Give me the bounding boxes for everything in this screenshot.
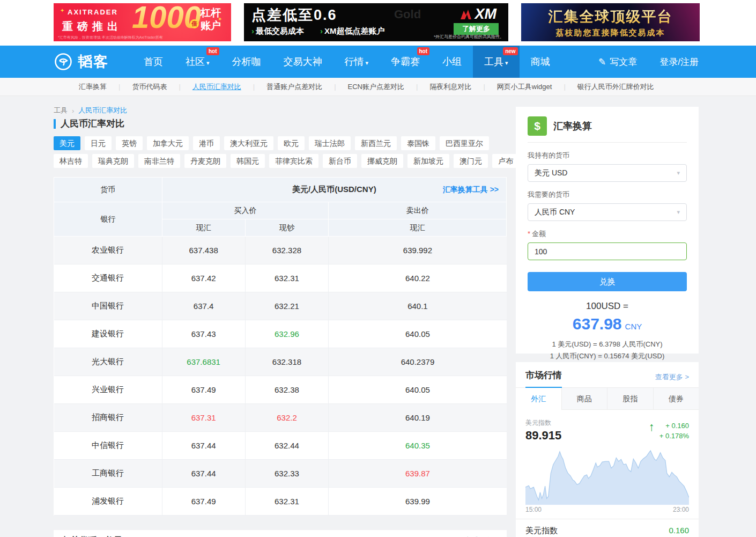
nav-item[interactable]: 争霸赛hot: [380, 46, 431, 78]
market-list-item[interactable]: 美元指数 0.160: [516, 519, 699, 537]
currency-tab[interactable]: 新加坡元: [407, 154, 449, 168]
sparkle-icon: ✦: [60, 8, 64, 13]
currency-tab[interactable]: 澳门元: [454, 154, 488, 168]
rate-cell: 639.99: [329, 488, 507, 516]
currency-tab[interactable]: 泰国铢: [401, 136, 435, 150]
site-logo[interactable]: 韬客: [54, 52, 109, 71]
currency-tab[interactable]: 南非兰特: [138, 154, 180, 168]
nav-item[interactable]: 首页: [132, 46, 174, 78]
subnav-item[interactable]: 汇率换算: [67, 82, 118, 92]
currency-tab[interactable]: 丹麦克朗: [184, 154, 226, 168]
rate-cell: 640.19: [329, 404, 507, 432]
nav-item[interactable]: 社区▾hot: [174, 46, 221, 78]
ad-disclaimer: *外汇与差价合约具可能的高风险性。: [434, 34, 504, 40]
converter-tool-link[interactable]: 汇率换算工具 >>: [443, 185, 499, 195]
times-badge: 倍: [190, 19, 199, 28]
ad-brand: AXITRADER: [68, 8, 118, 16]
up-arrow-icon: ↑: [649, 421, 655, 433]
learn-more-button[interactable]: 了解更多: [454, 23, 499, 35]
table-row: 中国银行637.4632.21640.1: [54, 292, 507, 320]
result-equation: 100USD =: [528, 301, 687, 312]
breadcrumb-root[interactable]: 工具: [54, 106, 68, 115]
market-tab[interactable]: 外汇: [516, 388, 561, 410]
subnav-item[interactable]: 人民币汇率对比: [181, 82, 253, 92]
currency-tab[interactable]: 林吉特: [54, 154, 88, 168]
table-row: 浦发银行637.49632.31639.99: [54, 488, 507, 516]
subnav-item[interactable]: 银行人民币外汇牌价对比: [566, 82, 666, 92]
index-sparkline-chart: [525, 445, 689, 505]
table-row: 兴业银行637.49632.38640.05: [54, 376, 507, 404]
currency-tab[interactable]: 日元: [85, 136, 112, 150]
to-currency-select[interactable]: 人民币 CNY ▾: [528, 203, 687, 221]
market-tab[interactable]: 债券: [653, 388, 699, 410]
currency-tab[interactable]: 卢布: [492, 154, 519, 168]
chevron-down-icon: ▾: [505, 60, 508, 66]
amount-input[interactable]: [528, 242, 687, 260]
market-tab[interactable]: 股指: [607, 388, 653, 410]
write-article-button[interactable]: ✎ 写文章: [598, 56, 637, 68]
currency-tab[interactable]: 新台币: [323, 154, 357, 168]
sell-price-header: 卖出价: [329, 202, 507, 219]
rate-cell: 632.44: [245, 432, 329, 460]
currency-tab[interactable]: 韩国元: [231, 154, 265, 168]
chevron-down-icon: ▾: [206, 60, 210, 66]
currency-tab[interactable]: 瑞士法郎: [309, 136, 351, 150]
convert-button[interactable]: 兑换: [528, 272, 687, 291]
table-row: 交通银行637.42632.31640.22: [54, 264, 507, 292]
rate-cell: 637.44: [162, 460, 245, 488]
rate-cell: 632.31: [245, 264, 329, 292]
rate-cell: 637.31: [162, 404, 245, 432]
chart-time-axis: 15:00 23:00: [516, 505, 699, 513]
instrument-name: 美元指数: [525, 418, 561, 428]
bank-name: 光大银行: [54, 348, 162, 376]
currency-tab[interactable]: 澳大利亚元: [224, 136, 273, 150]
nav-item[interactable]: 商城: [520, 46, 561, 78]
xm-logo-icon: [459, 9, 472, 20]
nav-item[interactable]: 交易大神: [272, 46, 333, 78]
market-title: 市场行情: [525, 369, 562, 388]
amount-label: *金额: [528, 229, 687, 239]
nav-item[interactable]: 分析咖: [221, 46, 272, 78]
currency-tabs-row2: 林吉特瑞典克朗南非兰特丹麦克朗韩国元菲律宾比索新台币挪威克朗新加坡元澳门元卢布: [54, 154, 519, 168]
subnav-item[interactable]: ECN账户点差对比: [336, 82, 416, 92]
login-register-link[interactable]: 登录/注册: [659, 56, 699, 68]
currency-tab[interactable]: 巴西里亚尔: [440, 136, 489, 150]
currency-tab[interactable]: 加拿大元: [147, 136, 189, 150]
currency-tab[interactable]: 菲律宾比索: [269, 154, 318, 168]
rate-cell: 632.96: [245, 320, 329, 348]
currency-tab[interactable]: 美元: [54, 136, 80, 150]
nav-item[interactable]: 工具▾new: [473, 46, 520, 78]
subnav-item[interactable]: 普通账户点差对比: [255, 82, 334, 92]
market-panel: 市场行情 查看更多 > 外汇商品股指债券 美元指数 89.915 ↑ + 0.1…: [516, 362, 699, 537]
rate-cell: 632.21: [245, 292, 329, 320]
from-currency-select[interactable]: 美元 USD ▾: [528, 164, 687, 182]
bank-name: 工商银行: [54, 460, 162, 488]
market-tab[interactable]: 商品: [561, 388, 607, 410]
currency-tab[interactable]: 英镑: [116, 136, 143, 150]
subnav-item[interactable]: 网页小工具widget: [485, 82, 564, 92]
rate-cell: 637.6831: [162, 348, 245, 376]
breadcrumb-current[interactable]: 人民币汇率对比: [78, 106, 127, 115]
market-more-link[interactable]: 查看更多 >: [655, 372, 689, 387]
rate-cell: 632.31: [245, 488, 329, 516]
subnav-item[interactable]: 隔夜利息对比: [418, 82, 483, 92]
rate-cell: 637.49: [162, 488, 245, 516]
currency-tab[interactable]: 欧元: [278, 136, 305, 150]
subnav-item[interactable]: 货币代码表: [120, 82, 179, 92]
rate-cell: 640.35: [329, 432, 507, 460]
col-bank-header: 银行: [54, 202, 162, 237]
rate-cell: 632.2: [245, 404, 329, 432]
xm-logo: XM: [459, 6, 497, 23]
currency-tab[interactable]: 瑞典克朗: [92, 154, 134, 168]
instrument-price: 89.915: [525, 429, 561, 443]
ad-lizhi[interactable]: 汇集全球顶级平台 荔枝助您直接降低交易成本: [521, 3, 700, 41]
currency-tab[interactable]: 港币: [193, 136, 220, 150]
currency-tab[interactable]: 挪威克朗: [361, 154, 403, 168]
nav-item[interactable]: 行情▾: [333, 46, 380, 78]
ad-axitrader[interactable]: ✦ ✦ AXITRADER 重磅推出 1000 倍 杠杆 账户 *汇市有风险，投…: [54, 3, 231, 41]
ad-xm[interactable]: 点差低至0.6 Gold XM 了解更多 ›最低交易成本 ›XM超低点差账户 *…: [244, 3, 508, 41]
currency-tab[interactable]: 新西兰元: [355, 136, 397, 150]
table-row: 农业银行637.438632.328639.992: [54, 237, 507, 264]
spot-header: 现汇: [329, 219, 507, 237]
nav-item[interactable]: 小组: [431, 46, 473, 78]
